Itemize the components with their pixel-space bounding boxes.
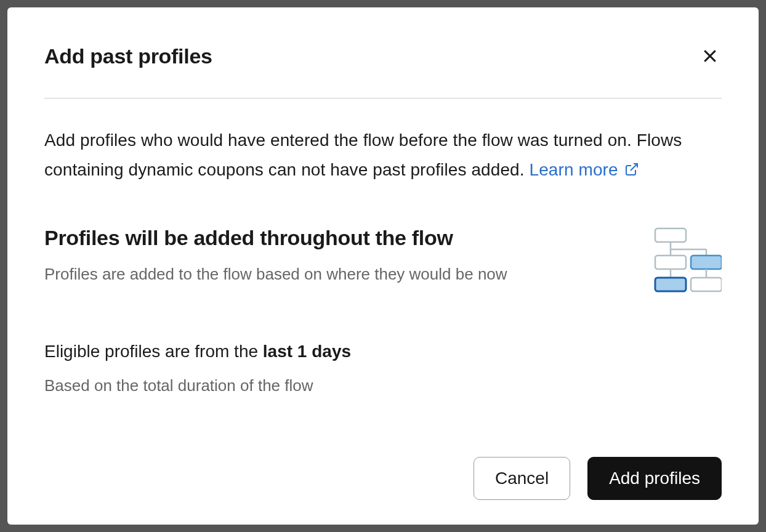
svg-rect-5 — [655, 256, 686, 269]
eligibility-duration: last 1 days — [263, 342, 351, 361]
close-button[interactable] — [698, 44, 722, 68]
section-block: Profiles will be added throughout the fl… — [44, 226, 722, 300]
svg-rect-8 — [691, 256, 722, 269]
section-heading: Profiles will be added throughout the fl… — [44, 226, 623, 250]
svg-line-2 — [631, 164, 637, 171]
modal-overlay: Add past profiles Add profiles who would… — [0, 0, 766, 532]
modal-title: Add past profiles — [44, 44, 212, 68]
section-subtext: Profiles are added to the flow based on … — [44, 262, 623, 286]
modal-description: Add profiles who would have entered the … — [44, 126, 722, 184]
learn-more-label: Learn more — [530, 155, 618, 185]
svg-rect-12 — [691, 278, 722, 291]
cancel-button[interactable]: Cancel — [474, 457, 570, 500]
add-profiles-button[interactable]: Add profiles — [587, 457, 722, 500]
external-link-icon — [624, 162, 639, 177]
learn-more-link[interactable]: Learn more — [530, 155, 639, 185]
modal-footer: Cancel Add profiles — [44, 457, 722, 500]
svg-rect-3 — [655, 228, 686, 242]
eligibility-prefix: Eligible profiles are from the — [44, 342, 263, 361]
eligibility-subtext: Based on the total duration of the flow — [44, 376, 722, 395]
flow-diagram-icon — [648, 226, 722, 300]
close-icon — [701, 47, 719, 65]
eligibility-block: Eligible profiles are from the last 1 da… — [44, 342, 722, 395]
eligibility-text: Eligible profiles are from the last 1 da… — [44, 342, 722, 361]
modal-header: Add past profiles — [44, 44, 722, 99]
modal-body: Add profiles who would have entered the … — [44, 99, 722, 432]
section-text: Profiles will be added throughout the fl… — [44, 226, 623, 286]
add-past-profiles-modal: Add past profiles Add profiles who would… — [7, 7, 759, 525]
svg-rect-11 — [655, 278, 686, 291]
